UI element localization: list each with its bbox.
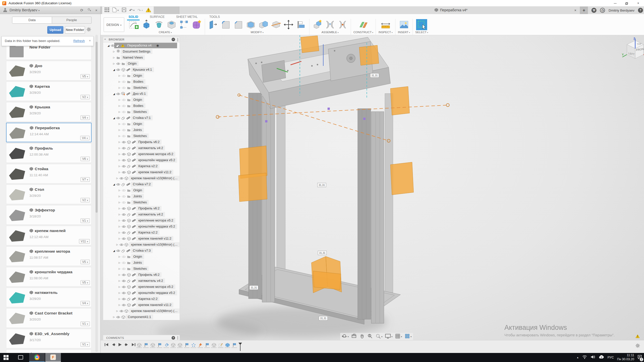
expand-arrow-icon[interactable]: ▷ <box>118 280 121 282</box>
visibility-eye-icon[interactable] <box>121 207 126 210</box>
version-dropdown[interactable]: V4 <box>80 136 90 140</box>
select-menu[interactable]: SELECT <box>415 31 428 34</box>
new-component-icon[interactable] <box>312 19 323 30</box>
visibility-eye-icon[interactable] <box>121 280 126 282</box>
browser-tree-row[interactable]: ▷Sketches <box>103 109 180 115</box>
maximize-button[interactable] <box>621 0 632 7</box>
visibility-eye-icon[interactable] <box>121 111 126 113</box>
action-center-icon[interactable]: 1 <box>637 355 642 360</box>
design-file-item[interactable]: Стойка11:11:40 AMV7 <box>6 164 92 184</box>
design-file-item[interactable]: Переработка12:14:44 AMV4 <box>6 123 92 142</box>
expand-arrow-icon[interactable]: ▷ <box>112 56 116 59</box>
visibility-eye-icon[interactable] <box>121 225 126 228</box>
browser-tree-row[interactable]: ▷Origin <box>103 97 180 103</box>
language-indicator[interactable]: РУС <box>608 356 614 359</box>
expand-arrow-icon[interactable]: ▷ <box>118 135 121 137</box>
browser-tree-row[interactable]: ▷Origin <box>103 73 180 79</box>
expand-arrow-icon[interactable]: ▷ <box>118 255 121 258</box>
version-dropdown[interactable]: V7 <box>80 177 90 182</box>
visibility-eye-icon[interactable] <box>121 129 126 131</box>
create-sketch-icon[interactable] <box>128 19 139 30</box>
grid-settings-icon[interactable]: ▾ <box>395 333 402 340</box>
browser-tree-row[interactable]: ◢Дно v5:1 <box>103 91 180 97</box>
browser-tree-row[interactable]: ◢Крышка v4:1 <box>103 67 180 73</box>
version-dropdown[interactable]: V4 <box>80 115 90 120</box>
extensions-icon[interactable]: ⚒ <box>591 8 596 13</box>
close-button[interactable]: × <box>632 0 644 7</box>
expand-arrow-icon[interactable]: ▷ <box>112 50 116 53</box>
expand-arrow-icon[interactable]: ▷ <box>118 141 121 143</box>
design-file-item[interactable]: Крышка3/29/20V4 <box>6 102 92 122</box>
browser-tree-row[interactable]: ▷Sketches <box>103 85 180 91</box>
timeline-feature-comp-icon[interactable] <box>170 342 176 348</box>
new-folder-button[interactable]: New Folder <box>65 26 85 34</box>
expand-arrow-icon[interactable]: ▷ <box>118 74 121 77</box>
refresh-link[interactable]: Refresh <box>73 39 85 43</box>
as-built-joint-icon[interactable] <box>337 19 348 30</box>
account-name[interactable]: Dmitriy Berdyaev <box>609 9 634 12</box>
visibility-eye-icon[interactable] <box>116 183 121 186</box>
timeline-feature-flag-icon[interactable] <box>143 342 149 348</box>
visibility-eye-icon[interactable] <box>121 123 126 125</box>
assemble-menu[interactable]: ASSEMBLE <box>312 31 348 34</box>
browser-tree-row[interactable]: ▷кронштейн чердака v5:2 <box>103 290 180 296</box>
visibility-eye-icon[interactable] <box>121 105 126 107</box>
undo-icon[interactable]: ↶▾ <box>129 8 135 13</box>
browser-tree-row[interactable]: ▷крепеж панелей v11:2 <box>103 236 180 242</box>
browser-tree-row[interactable]: ◢Стойка v7:2 <box>103 181 180 187</box>
chamfer-icon[interactable] <box>233 19 244 30</box>
browser-tree-row[interactable]: ▷Joints <box>103 193 180 199</box>
expand-arrow-icon[interactable]: ▷ <box>118 171 121 173</box>
expand-arrow-icon[interactable]: ▷ <box>112 316 116 318</box>
search-icon[interactable] <box>86 8 92 13</box>
browser-tree-row[interactable]: ▷крепеж панелей v10(Mirror) (… <box>103 308 180 314</box>
chrome-taskbar-icon[interactable] <box>29 353 45 362</box>
expand-arrow-icon[interactable]: ▷ <box>118 111 121 113</box>
visibility-eye-icon[interactable] <box>121 231 126 234</box>
redo-icon[interactable]: ↷▾ <box>137 8 143 13</box>
wifi-icon[interactable] <box>582 355 587 360</box>
browser-tree-row[interactable]: ▷Каретка v2:2 <box>103 296 180 302</box>
save-icon[interactable] <box>122 8 126 13</box>
expand-arrow-icon[interactable]: ▷ <box>112 62 116 65</box>
visibility-eye-icon[interactable] <box>121 298 126 300</box>
viewports-icon[interactable]: ▾ <box>405 333 412 340</box>
version-dropdown[interactable]: V5 <box>80 280 90 285</box>
browser-tree-row[interactable]: ▷Document Settings <box>103 49 180 55</box>
browser-tree-row[interactable]: ▷Bodies <box>103 79 180 85</box>
visibility-eye-icon[interactable] <box>121 80 126 83</box>
modify-menu[interactable]: MODIFY <box>208 31 307 34</box>
design-file-item[interactable]: натяжитель3/29/20V4 <box>6 288 92 307</box>
expand-arrow-icon[interactable]: ▷ <box>118 213 121 216</box>
data-panel-scrollbar[interactable] <box>95 35 98 352</box>
version-dropdown[interactable]: V1 <box>80 218 90 223</box>
timeline-feature-flag-icon[interactable] <box>184 342 189 348</box>
version-dropdown[interactable]: V1 <box>80 342 90 347</box>
visibility-eye-icon[interactable] <box>121 141 126 144</box>
shell-icon[interactable] <box>245 19 256 30</box>
start-button[interactable] <box>4 355 9 360</box>
visibility-eye-icon[interactable] <box>121 135 126 138</box>
fit-icon[interactable]: ▾ <box>375 333 382 340</box>
expand-arrow-icon[interactable]: ▷ <box>118 207 121 210</box>
browser-tree-row[interactable]: ▷Origin <box>103 121 180 127</box>
browser-tree-row[interactable]: ▷Профиль v6:2 <box>103 272 180 278</box>
visibility-eye-icon[interactable] <box>121 274 126 276</box>
version-dropdown[interactable]: V11 <box>79 239 90 244</box>
visibility-eye-icon[interactable] <box>116 117 121 119</box>
browser-tree-row[interactable]: ▷крепеж панелей v10(Mirror) (… <box>103 242 180 248</box>
refresh-icon[interactable]: ⟳ <box>79 8 85 13</box>
press-pull-icon[interactable] <box>208 19 219 30</box>
browser-tree-row[interactable]: ▷крепление мотора v5:2 <box>103 151 180 157</box>
extrude-icon[interactable] <box>141 19 152 30</box>
job-status-icon[interactable]: ◷ <box>600 8 605 13</box>
split-body-icon[interactable] <box>270 19 281 30</box>
collapse-arrow-icon[interactable]: ◢ <box>112 249 116 252</box>
visibility-eye-icon[interactable] <box>116 68 121 71</box>
close-tab-icon[interactable]: × <box>574 8 576 12</box>
expand-arrow-icon[interactable]: ▷ <box>118 219 121 222</box>
browser-tree-row[interactable]: ▷Origin <box>103 61 180 67</box>
expand-arrow-icon[interactable]: ▷ <box>118 274 121 276</box>
expand-arrow-icon[interactable]: ▷ <box>115 310 119 312</box>
visibility-eye-icon[interactable] <box>121 261 126 264</box>
